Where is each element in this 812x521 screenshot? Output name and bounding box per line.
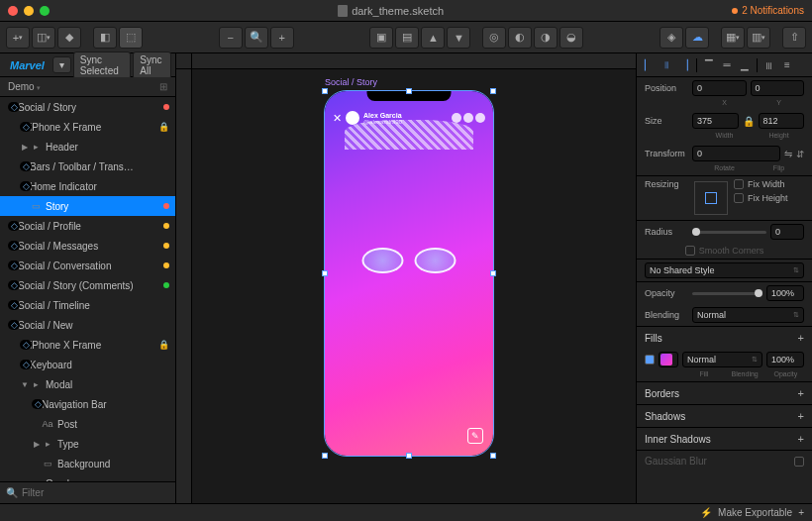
fill-blend-select[interactable]: Normal⇅ xyxy=(682,352,762,367)
insert-button[interactable]: +▾ xyxy=(6,27,30,49)
selection-handle[interactable] xyxy=(490,88,496,94)
height-field[interactable]: 812 xyxy=(759,113,805,129)
sync-menu-button[interactable]: ▾ xyxy=(52,56,71,73)
lock-icon[interactable]: 🔒 xyxy=(158,122,169,132)
layer-filter-input[interactable] xyxy=(22,487,169,498)
artboard-label[interactable]: Social / Story xyxy=(325,77,377,87)
lock-icon[interactable]: 🔒 xyxy=(158,340,169,350)
symbol-button[interactable]: ◆ xyxy=(57,27,81,49)
rotate-field[interactable]: 0 xyxy=(692,146,780,161)
selection-handle[interactable] xyxy=(322,270,328,276)
maximize-window-icon[interactable] xyxy=(40,6,50,16)
disclosure-icon[interactable]: ▶ xyxy=(32,440,42,449)
difference-button[interactable]: ◒ xyxy=(559,27,583,49)
blending-select[interactable]: Normal⇅ xyxy=(692,307,804,323)
fills-section-header[interactable]: Fills+ xyxy=(637,326,812,349)
add-inner-shadow-icon[interactable]: + xyxy=(798,433,804,445)
fill-swatch[interactable] xyxy=(659,352,678,367)
align-top-icon[interactable]: ▔ xyxy=(701,57,717,73)
add-fill-icon[interactable]: + xyxy=(798,332,804,344)
sync-selected-button[interactable]: Sync Selected xyxy=(73,52,131,79)
forward-button[interactable]: ▲ xyxy=(421,27,445,49)
zoom-in-button[interactable]: + xyxy=(270,27,294,49)
resizing-control[interactable] xyxy=(694,181,728,215)
radius-field[interactable]: 0 xyxy=(770,224,804,240)
fix-height-checkbox[interactable] xyxy=(734,193,744,203)
width-field[interactable]: 375 xyxy=(692,113,739,129)
intersect-button[interactable]: ◑ xyxy=(534,27,558,49)
layer-row[interactable]: ◇Home Indicator xyxy=(0,176,175,196)
opacity-slider[interactable] xyxy=(692,292,762,295)
notifications-indicator[interactable]: 2 Notifications xyxy=(732,5,804,16)
avatar[interactable] xyxy=(346,111,359,125)
layer-row[interactable]: ▼◇Social / New xyxy=(0,315,175,335)
layer-row[interactable]: ▶◇Social / Story (Comments) xyxy=(0,275,175,295)
fill-enabled-checkbox[interactable] xyxy=(645,355,655,365)
union-button[interactable]: ◎ xyxy=(482,27,506,49)
position-x-field[interactable]: 0 xyxy=(692,80,747,96)
search-pages-icon[interactable]: ⊞ xyxy=(159,81,167,92)
zoom-out-button[interactable]: − xyxy=(219,27,243,49)
selection-handle[interactable] xyxy=(490,453,496,459)
zoom-button[interactable]: 🔍 xyxy=(245,27,268,49)
view-button[interactable]: ▦▾ xyxy=(721,27,745,49)
shared-style-select[interactable]: No Shared Style⇅ xyxy=(645,262,804,278)
smooth-corners-checkbox[interactable] xyxy=(685,246,695,256)
selection-handle[interactable] xyxy=(406,88,412,94)
align-bottom-icon[interactable]: ▁ xyxy=(737,57,753,73)
add-border-icon[interactable]: + xyxy=(798,387,804,399)
selection-handle[interactable] xyxy=(322,453,328,459)
backward-button[interactable]: ▼ xyxy=(447,27,470,49)
page-selector[interactable]: Demo ▾ ⊞ xyxy=(0,77,175,97)
distribute-h-icon[interactable]: ⫼ xyxy=(761,57,777,73)
ungroup-button[interactable]: ▤ xyxy=(395,27,419,49)
align-center-v-icon[interactable]: ═ xyxy=(719,57,735,73)
align-left-icon[interactable]: ▏ xyxy=(641,57,657,73)
layer-row[interactable]: ◇Bars / Toolbar / Trans… xyxy=(0,156,175,176)
group-button[interactable]: ▣ xyxy=(369,27,393,49)
fill-opacity-field[interactable]: 100% xyxy=(766,352,804,367)
edit-button[interactable]: ◧ xyxy=(93,27,117,49)
layer-row[interactable]: ◇Keyboard xyxy=(0,355,175,374)
sync-all-button[interactable]: Sync All xyxy=(133,52,171,79)
inner-shadows-section-header[interactable]: Inner Shadows+ xyxy=(637,427,812,450)
mirror-button[interactable]: ◈ xyxy=(660,27,683,49)
flip-v-icon[interactable]: ⇵ xyxy=(796,149,804,159)
canvas[interactable]: Social / Story ✕ Alex Garcia @alexandra3… xyxy=(176,53,636,503)
export-button[interactable]: ⇧ xyxy=(782,27,806,49)
layer-row[interactable]: ▭Background xyxy=(0,454,175,473)
selection-handle[interactable] xyxy=(322,88,328,94)
layer-row[interactable]: ◇iPhone X Frame🔒 xyxy=(0,335,175,355)
layer-row[interactable]: ▼◇Social / Story xyxy=(0,97,175,117)
disclosure-icon[interactable]: ▶ xyxy=(20,143,30,152)
transform-button[interactable]: ⬚ xyxy=(119,27,143,49)
artboard[interactable]: ✕ Alex Garcia @alexandra30 ✎ xyxy=(325,91,493,456)
layer-row[interactable]: ◇iPhone X Frame🔒 xyxy=(0,117,175,137)
selection-handle[interactable] xyxy=(490,270,496,276)
add-shadow-icon[interactable]: + xyxy=(798,410,804,422)
compose-icon[interactable]: ✎ xyxy=(467,428,483,444)
layer-row[interactable]: ▭Overlay xyxy=(0,473,175,481)
cloud-button[interactable]: ☁ xyxy=(685,27,709,49)
make-exportable-button[interactable]: Make Exportable xyxy=(718,507,792,518)
align-right-icon[interactable]: ▕ xyxy=(676,57,692,73)
flip-h-icon[interactable]: ⇋ xyxy=(784,149,792,159)
close-window-icon[interactable] xyxy=(8,6,18,16)
add-export-icon[interactable]: + xyxy=(798,507,804,518)
layer-row[interactable]: ▶◇Social / Conversation xyxy=(0,256,175,275)
layout-button[interactable]: ▥▾ xyxy=(747,27,770,49)
borders-section-header[interactable]: Borders+ xyxy=(637,381,812,404)
layer-row[interactable]: ▶◇Navigation Bar xyxy=(0,394,175,414)
bolt-icon[interactable]: ⚡ xyxy=(700,507,712,518)
layer-row[interactable]: ▶▸Type xyxy=(0,434,175,454)
blur-enabled-checkbox[interactable] xyxy=(794,457,804,467)
distribute-v-icon[interactable]: ≡ xyxy=(779,57,795,73)
layer-row[interactable]: ▶◇Social / Timeline xyxy=(0,295,175,315)
close-icon[interactable]: ✕ xyxy=(333,112,342,125)
minimize-window-icon[interactable] xyxy=(24,6,34,16)
layer-row[interactable]: ▶◇Social / Profile xyxy=(0,216,175,236)
lock-aspect-icon[interactable]: 🔒 xyxy=(743,116,755,127)
shadows-section-header[interactable]: Shadows+ xyxy=(637,404,812,427)
subtract-button[interactable]: ◐ xyxy=(508,27,532,49)
opacity-field[interactable]: 100% xyxy=(766,285,804,301)
